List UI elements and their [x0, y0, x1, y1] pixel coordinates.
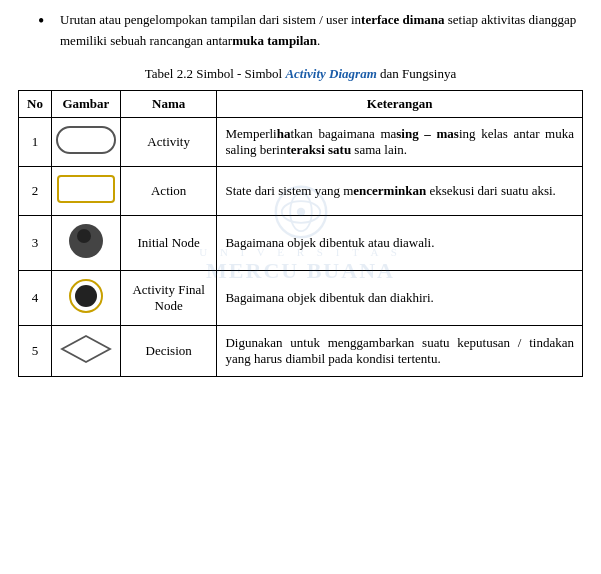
symbols-table: No Gambar Nama Keterangan 1 Activity Mem…: [18, 90, 583, 377]
activity-final-inner: [75, 285, 97, 307]
th-gambar: Gambar: [51, 90, 120, 117]
table-row: 3 Initial Node Bagaimana objek dibentuk …: [19, 215, 583, 270]
cell-no: 3: [19, 215, 52, 270]
cell-no: 5: [19, 325, 52, 376]
activity-final-symbol: [69, 279, 103, 313]
bullet-dot: •: [38, 10, 54, 33]
activity-symbol: [56, 126, 116, 154]
action-symbol: [57, 175, 115, 203]
table-caption: Tabel 2.2 Simbol - Simbol Activity Diagr…: [18, 66, 583, 82]
cell-nama-initial: Initial Node: [120, 215, 217, 270]
caption-italic: Activity Diagram: [285, 66, 376, 81]
table-row: 5 Decision Digunakan untuk menggambarkan…: [19, 325, 583, 376]
cell-gambar-activity: [51, 117, 120, 166]
cell-gambar-action: [51, 166, 120, 215]
cell-keterangan-initial: Bagaimana objek dibentuk atau diawali.: [217, 215, 583, 270]
bullet-text: Urutan atau pengelompokan tampilan dari …: [60, 10, 583, 52]
table-header-row: No Gambar Nama Keterangan: [19, 90, 583, 117]
cell-keterangan-decision: Digunakan untuk menggambarkan suatu kepu…: [217, 325, 583, 376]
svg-marker-4: [62, 336, 110, 362]
table-wrapper: U N I V E R S I T A S MERCU BUANA No Gam…: [18, 90, 583, 377]
th-nama: Nama: [120, 90, 217, 117]
th-keterangan: Keterangan: [217, 90, 583, 117]
cell-gambar-initial: [51, 215, 120, 270]
cell-gambar-decision: [51, 325, 120, 376]
caption-suffix: dan Fungsinya: [377, 66, 456, 81]
cell-no: 4: [19, 270, 52, 325]
table-row: 1 Activity Memperlihatkan bagaimana masi…: [19, 117, 583, 166]
decision-symbol: [60, 334, 112, 364]
cell-keterangan-activity: Memperlihatkan bagaimana masing – masing…: [217, 117, 583, 166]
intro-section: • Urutan atau pengelompokan tampilan dar…: [18, 10, 583, 52]
cell-keterangan-action: State dari sistem yang mencerminkan ekse…: [217, 166, 583, 215]
cell-nama-action: Action: [120, 166, 217, 215]
cell-nama-final: Activity Final Node: [120, 270, 217, 325]
table-row: 2 Action State dari sistem yang mencermi…: [19, 166, 583, 215]
cell-gambar-final: [51, 270, 120, 325]
initial-node-symbol: [69, 224, 103, 258]
bullet-item: • Urutan atau pengelompokan tampilan dar…: [38, 10, 583, 52]
table-row: 4 Activity Final Node Bagaimana objek di…: [19, 270, 583, 325]
cell-no: 1: [19, 117, 52, 166]
cell-nama-decision: Decision: [120, 325, 217, 376]
cell-no: 2: [19, 166, 52, 215]
decision-svg: [60, 334, 112, 364]
caption-prefix: Tabel 2.2 Simbol - Simbol: [145, 66, 286, 81]
th-no: No: [19, 90, 52, 117]
cell-nama-activity: Activity: [120, 117, 217, 166]
cell-keterangan-final: Bagaimana objek dibentuk dan diakhiri.: [217, 270, 583, 325]
